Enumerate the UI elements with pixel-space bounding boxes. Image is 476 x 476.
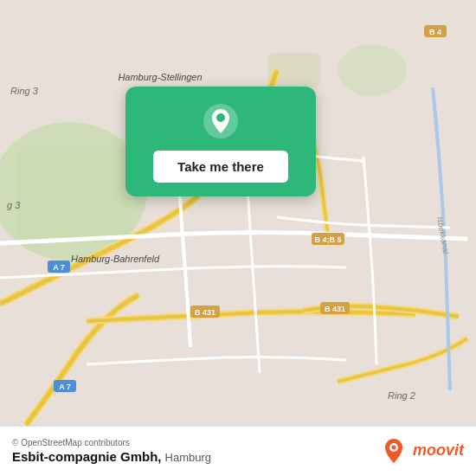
svg-rect-2 — [17, 148, 130, 243]
svg-text:A 7: A 7 — [53, 263, 65, 272]
map-container: Ring 3 A 7 A 7 B 431 B 431 B 4;B 5 B 4 R… — [0, 0, 476, 426]
svg-text:B 4;B 5: B 4;B 5 — [314, 235, 341, 244]
bottom-info: © OpenStreetMap contributors Esbit-compa… — [12, 438, 211, 464]
svg-text:B 4: B 4 — [429, 28, 441, 36]
svg-text:A 7: A 7 — [59, 383, 71, 391]
moovit-brand-text: moovit — [413, 441, 464, 460]
take-me-there-button[interactable]: Take me there — [153, 151, 288, 183]
map-svg: Ring 3 A 7 A 7 B 431 B 431 B 4;B 5 B 4 R… — [0, 0, 476, 426]
moovit-logo: moovit — [380, 437, 464, 465]
pin-icon — [202, 102, 240, 140]
svg-point-24 — [216, 113, 225, 122]
company-location: Hamburg — [165, 451, 211, 464]
svg-point-26 — [391, 445, 396, 449]
svg-text:B 431: B 431 — [195, 308, 215, 317]
moovit-pin-icon — [380, 437, 408, 465]
svg-text:Ring 3: Ring 3 — [10, 86, 39, 96]
location-card: Take me there — [125, 87, 316, 196]
svg-text:Hamburg-Stellingen: Hamburg-Stellingen — [118, 72, 202, 82]
svg-text:g 3: g 3 — [7, 200, 21, 210]
app: Ring 3 A 7 A 7 B 431 B 431 B 4;B 5 B 4 R… — [0, 0, 476, 476]
map-attribution: © OpenStreetMap contributors — [12, 438, 211, 447]
svg-text:Ring 2: Ring 2 — [388, 390, 415, 401]
svg-point-3 — [338, 44, 407, 96]
company-name: Esbit-compagnie Gmbh, — [12, 449, 162, 464]
svg-text:Hamburg-Bahrenfeld: Hamburg-Bahrenfeld — [71, 254, 160, 264]
svg-text:B 431: B 431 — [325, 305, 345, 313]
bottom-bar: © OpenStreetMap contributors Esbit-compa… — [0, 426, 476, 476]
